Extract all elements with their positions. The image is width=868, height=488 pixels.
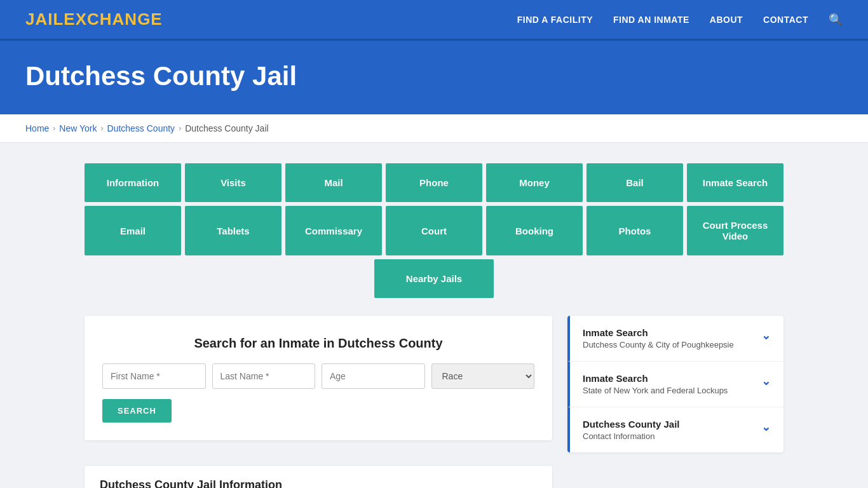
chevron-down-icon-1: ⌄: [761, 329, 771, 342]
btn-visits[interactable]: Visits: [185, 163, 281, 202]
btn-booking[interactable]: Booking: [486, 206, 583, 255]
sidebar-item-3[interactable]: Dutchess County Jail Contact Information…: [567, 407, 783, 452]
last-name-input[interactable]: [212, 363, 316, 389]
breadcrumb-sep-1: ›: [53, 124, 55, 133]
breadcrumb-home[interactable]: Home: [25, 123, 49, 133]
btn-photos[interactable]: Photos: [587, 206, 683, 255]
sidebar-card: Inmate Search Dutchess County & City of …: [567, 316, 783, 452]
btn-email[interactable]: Email: [85, 206, 181, 255]
btn-commissary[interactable]: Commissary: [285, 206, 382, 255]
sidebar: Inmate Search Dutchess County & City of …: [567, 316, 783, 488]
content-area: Search for an Inmate in Dutchess County …: [85, 316, 783, 488]
sidebar-item-2-text: Inmate Search State of New York and Fede…: [583, 373, 755, 395]
btn-tablets[interactable]: Tablets: [185, 206, 281, 255]
nav-button-grid-row1: Information Visits Mail Phone Money Bail…: [85, 163, 783, 202]
btn-mail[interactable]: Mail: [285, 163, 382, 202]
header-search-icon[interactable]: 🔍: [829, 13, 843, 27]
hero-banner: Dutchess County Jail: [0, 41, 868, 114]
sidebar-item-1-text: Inmate Search Dutchess County & City of …: [583, 327, 755, 349]
btn-money[interactable]: Money: [486, 163, 583, 202]
nav-find-facility[interactable]: FIND A FACILITY: [517, 15, 593, 25]
age-input[interactable]: [322, 363, 425, 389]
first-name-input[interactable]: [102, 363, 206, 389]
breadcrumb-sep-2: ›: [101, 124, 104, 133]
btn-court[interactable]: Court: [386, 206, 482, 255]
breadcrumb-dutchess[interactable]: Dutchess County: [107, 123, 175, 133]
breadcrumb-ny[interactable]: New York: [59, 123, 97, 133]
site-logo[interactable]: JAILEXCHANGE: [25, 10, 163, 29]
sidebar-item-1[interactable]: Inmate Search Dutchess County & City of …: [567, 316, 783, 362]
sidebar-item-2-sub: State of New York and Federal Lockups: [583, 386, 755, 395]
breadcrumb: Home › New York › Dutchess County › Dutc…: [25, 123, 843, 133]
chevron-down-icon-3: ⌄: [761, 420, 771, 434]
main-content: Information Visits Mail Phone Money Bail…: [0, 143, 868, 488]
inmate-search-section: Search for an Inmate in Dutchess County …: [85, 316, 552, 440]
search-button[interactable]: SEARCH: [102, 399, 172, 423]
sidebar-item-2-title: Inmate Search: [583, 373, 755, 384]
btn-phone[interactable]: Phone: [386, 163, 482, 202]
nav-find-inmate[interactable]: FIND AN INMATE: [613, 15, 689, 25]
breadcrumb-bar: Home › New York › Dutchess County › Dutc…: [0, 114, 868, 143]
btn-court-process-video[interactable]: Court Process Video: [687, 206, 783, 255]
btn-inmate-search[interactable]: Inmate Search: [687, 163, 783, 202]
btn-information[interactable]: Information: [85, 163, 181, 202]
chevron-down-icon-2: ⌄: [761, 374, 771, 388]
btn-nearby-jails[interactable]: Nearby Jails: [374, 259, 494, 298]
site-header: JAILEXCHANGE FIND A FACILITY FIND AN INM…: [0, 0, 868, 41]
search-fields: Race: [102, 363, 534, 389]
sidebar-item-1-sub: Dutchess County & City of Poughkeepsie: [583, 340, 755, 349]
nav-button-grid-row2: Email Tablets Commissary Court Booking P…: [85, 206, 783, 255]
sidebar-item-1-title: Inmate Search: [583, 327, 755, 338]
info-title: Dutchess County Jail Information: [100, 478, 537, 488]
nav-contact[interactable]: CONTACT: [763, 15, 808, 25]
page-title: Dutchess County Jail: [25, 61, 843, 92]
race-select[interactable]: Race: [431, 363, 535, 389]
breadcrumb-sep-3: ›: [179, 124, 181, 133]
logo-exchange: EXCHANGE: [64, 10, 162, 29]
sidebar-item-3-sub: Contact Information: [583, 431, 755, 441]
breadcrumb-current: Dutchess County Jail: [185, 123, 269, 133]
sidebar-item-3-title: Dutchess County Jail: [583, 419, 755, 430]
nav-about[interactable]: ABOUT: [710, 15, 743, 25]
main-nav: FIND A FACILITY FIND AN INMATE ABOUT CON…: [517, 13, 843, 27]
search-title: Search for an Inmate in Dutchess County: [102, 336, 534, 351]
logo-jail: JAIL: [25, 10, 64, 29]
jail-info-section: Dutchess County Jail Information: [85, 466, 552, 488]
nearby-jails-row: Nearby Jails: [85, 259, 783, 298]
sidebar-item-3-text: Dutchess County Jail Contact Information: [583, 419, 755, 441]
btn-bail[interactable]: Bail: [587, 163, 683, 202]
sidebar-item-2[interactable]: Inmate Search State of New York and Fede…: [567, 362, 783, 407]
